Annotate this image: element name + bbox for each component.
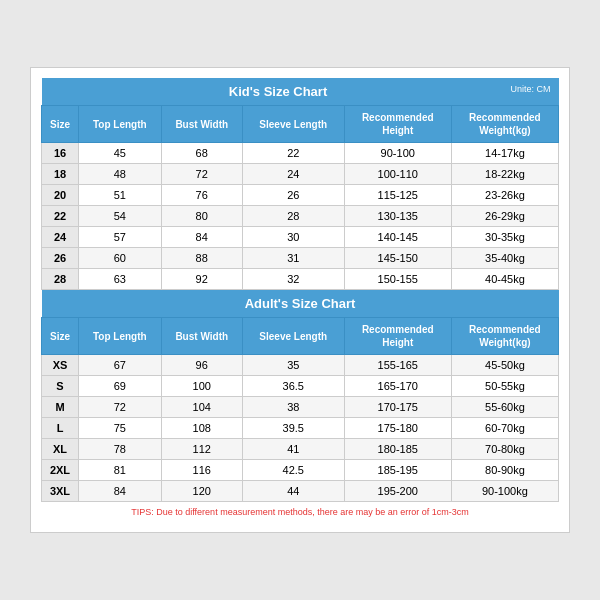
table-row: XL 78 112 41 180-185 70-80kg xyxy=(42,439,559,460)
kids-header-top-length: Top Length xyxy=(79,106,162,143)
size-cell: 18 xyxy=(42,164,79,185)
adults-header-bust-width: Bust Width xyxy=(161,318,242,355)
adults-header-sleeve-length: Sleeve Length xyxy=(242,318,344,355)
table-row: L 75 108 39.5 175-180 60-70kg xyxy=(42,418,559,439)
adults-header-size: Size xyxy=(42,318,79,355)
size-cell: 26 xyxy=(42,248,79,269)
adults-header-height: RecommendedHeight xyxy=(344,318,451,355)
size-cell: 2XL xyxy=(42,460,79,481)
size-cell: XS xyxy=(42,355,79,376)
size-cell: L xyxy=(42,418,79,439)
adults-header-top-length: Top Length xyxy=(79,318,162,355)
table-row: 16 45 68 22 90-100 14-17kg xyxy=(42,143,559,164)
table-row: 26 60 88 31 145-150 35-40kg xyxy=(42,248,559,269)
adults-section-header: Adult's Size Chart xyxy=(42,290,559,318)
size-cell: 3XL xyxy=(42,481,79,502)
kids-title: Kid's Size Chart Unite: CM xyxy=(42,78,559,106)
kids-col-headers: Size Top Length Bust Width Sleeve Length… xyxy=(42,106,559,143)
size-cell: 20 xyxy=(42,185,79,206)
table-row: XS 67 96 35 155-165 45-50kg xyxy=(42,355,559,376)
kids-header-weight: RecommendedWeight(kg) xyxy=(451,106,558,143)
table-row: 3XL 84 120 44 195-200 90-100kg xyxy=(42,481,559,502)
kids-title-text: Kid's Size Chart xyxy=(229,84,327,99)
size-cell: 28 xyxy=(42,269,79,290)
size-cell: 22 xyxy=(42,206,79,227)
size-cell: M xyxy=(42,397,79,418)
table-row: 24 57 84 30 140-145 30-35kg xyxy=(42,227,559,248)
size-chart-table: Kid's Size Chart Unite: CM Size Top Leng… xyxy=(41,78,559,522)
adults-header-weight: RecommendedWeight(kg) xyxy=(451,318,558,355)
table-row: 28 63 92 32 150-155 40-45kg xyxy=(42,269,559,290)
size-cell: S xyxy=(42,376,79,397)
kids-section-header: Kid's Size Chart Unite: CM xyxy=(42,78,559,106)
size-cell: XL xyxy=(42,439,79,460)
table-row: S 69 100 36.5 165-170 50-55kg xyxy=(42,376,559,397)
table-row: 20 51 76 26 115-125 23-26kg xyxy=(42,185,559,206)
adults-title: Adult's Size Chart xyxy=(42,290,559,318)
adults-col-headers: Size Top Length Bust Width Sleeve Length… xyxy=(42,318,559,355)
kids-header-bust-width: Bust Width xyxy=(161,106,242,143)
kids-header-height: RecommendedHeight xyxy=(344,106,451,143)
tips-row: TIPS: Due to different measurement metho… xyxy=(42,502,559,523)
table-row: 2XL 81 116 42.5 185-195 80-90kg xyxy=(42,460,559,481)
tips-text: TIPS: Due to different measurement metho… xyxy=(42,502,559,523)
table-row: 22 54 80 28 130-135 26-29kg xyxy=(42,206,559,227)
kids-unit: Unite: CM xyxy=(510,84,554,94)
kids-header-size: Size xyxy=(42,106,79,143)
chart-container: Kid's Size Chart Unite: CM Size Top Leng… xyxy=(30,67,570,533)
size-cell: 16 xyxy=(42,143,79,164)
table-row: M 72 104 38 170-175 55-60kg xyxy=(42,397,559,418)
kids-header-sleeve-length: Sleeve Length xyxy=(242,106,344,143)
table-row: 18 48 72 24 100-110 18-22kg xyxy=(42,164,559,185)
size-cell: 24 xyxy=(42,227,79,248)
